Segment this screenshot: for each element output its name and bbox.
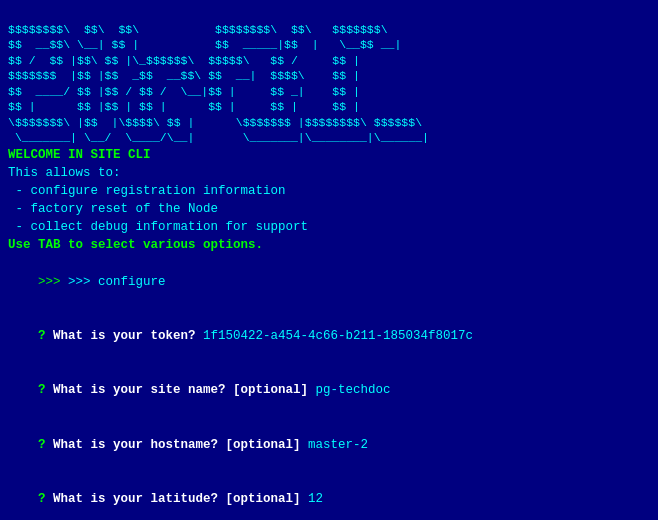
option-1: - configure registration information (8, 182, 650, 200)
terminal-window: $$$$$$$$\ $$\ $$\ $$$$$$$$\ $$\ $$$$$$$\… (0, 0, 658, 520)
q-latitude: ? What is your latitude? [optional] 12 (8, 472, 650, 520)
option-2: - factory reset of the Node (8, 200, 650, 218)
tab-hint: Use TAB to select various options. (8, 236, 650, 254)
q-sitename: ? What is your site name? [optional] pg-… (8, 363, 650, 417)
ascii-art-banner: $$$$$$$$\ $$\ $$\ $$$$$$$$\ $$\ $$$$$$$\… (8, 6, 650, 146)
configure-prompt: >>> >>> configure (8, 254, 650, 308)
option-3: - collect debug information for support (8, 218, 650, 236)
q-token: ? What is your token? 1f150422-a454-4c66… (8, 309, 650, 363)
allows-header: This allows to: (8, 164, 650, 182)
welcome-line: WELCOME IN SITE CLI (8, 146, 650, 164)
q-hostname: ? What is your hostname? [optional] mast… (8, 418, 650, 472)
